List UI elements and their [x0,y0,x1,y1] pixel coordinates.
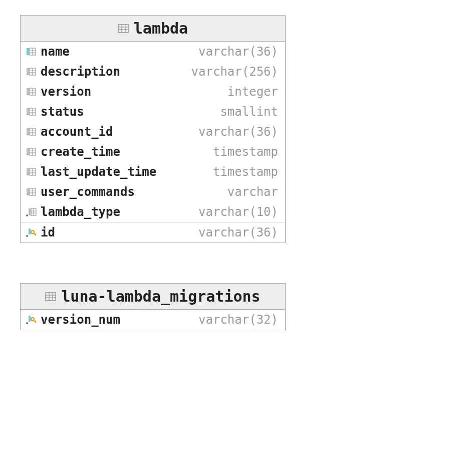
column-name: id [41,225,55,240]
column-icon [26,47,37,57]
column-type: timestamp [213,165,278,179]
column-icon [26,67,37,77]
svg-rect-15 [27,88,29,95]
svg-rect-56 [46,293,56,301]
column-row: account_idvarchar(36) [21,122,285,142]
table-icon [45,292,56,302]
table-name: lambda [134,20,188,37]
column-name: version_num [41,313,120,327]
svg-rect-5 [27,48,29,55]
table-icon [118,24,129,34]
svg-rect-30 [27,148,29,155]
column-type: integer [227,85,278,99]
column-name: name [41,45,70,59]
column-name: account_id [41,125,113,139]
column-row: last_update_timetimestamp [21,162,285,182]
column-name: version [41,85,91,99]
column-icon [26,107,37,117]
column-type: timestamp [213,145,278,159]
column-icon [26,167,37,177]
table-header: luna-lambda_migrations [21,284,285,310]
column-row: namevarchar(36) [21,42,285,62]
db-table: lambda namevarchar(36) descriptionvarcha… [20,15,286,243]
column-type: varchar [227,185,278,199]
column-type: varchar(36) [198,125,278,139]
column-row: idvarchar(36) [21,222,285,243]
column-type: varchar(10) [198,205,278,219]
column-name: last_update_time [41,165,156,179]
column-type: smallint [220,105,278,119]
column-icon [26,147,37,157]
column-row: statussmallint [21,102,285,122]
column-name: description [41,65,120,79]
column-name: lambda_type [41,205,120,219]
svg-rect-35 [27,168,29,175]
svg-rect-0 [118,25,128,33]
column-type: varchar(256) [191,65,278,79]
column-type: varchar(36) [198,225,278,240]
svg-point-51 [26,235,28,237]
table-name: luna-lambda_migrations [61,288,260,305]
primary-key-icon [26,315,37,325]
column-icon [26,187,37,197]
table-header: lambda [21,16,285,42]
svg-rect-40 [27,188,29,195]
svg-line-65 [35,321,36,322]
column-row: lambda_typevarchar(10) [21,202,285,222]
svg-point-61 [26,322,28,324]
svg-line-55 [35,233,36,234]
column-row: user_commandsvarchar [21,182,285,202]
column-nullable-icon [26,207,37,217]
svg-rect-25 [27,128,29,135]
primary-key-icon [26,227,37,238]
svg-rect-10 [27,68,29,75]
column-name: create_time [41,145,120,159]
svg-point-45 [26,214,28,216]
column-icon [26,127,37,137]
svg-rect-20 [27,108,29,115]
svg-rect-52 [29,228,31,234]
column-row: version_numvarchar(32) [21,310,285,330]
column-name: user_commands [41,185,135,199]
column-type: varchar(36) [198,45,278,59]
column-row: create_timetimestamp [21,142,285,162]
svg-rect-46 [29,208,31,215]
svg-rect-62 [29,316,31,322]
column-row: versioninteger [21,82,285,102]
column-name: status [41,105,84,119]
db-table: luna-lambda_migrations version_numvarcha… [20,283,286,330]
column-type: varchar(32) [198,313,278,327]
column-icon [26,87,37,97]
column-row: descriptionvarchar(256) [21,62,285,82]
